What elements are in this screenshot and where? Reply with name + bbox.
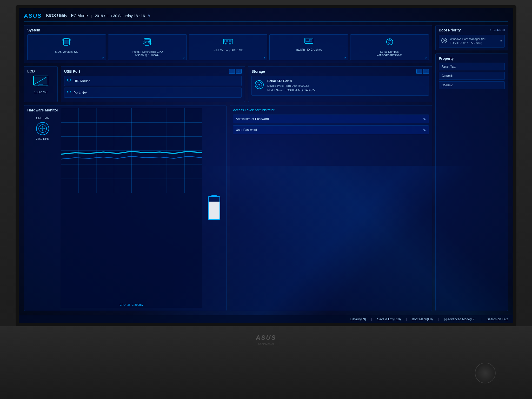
usb-item-0: Ψ HID Mouse [64,76,242,86]
graphics-icon [304,37,314,46]
lcd-icon [27,75,54,89]
bios-card: BIOS Version: 322 ↙ [27,34,106,60]
admin-password-row[interactable]: Administrator Password ✎ [233,115,429,123]
laptop-bottom: ASUS SonicMaster [0,326,532,399]
property-asset-tag: Asset Tag: [439,63,505,70]
cpu-label: Intel(R) Celeron(R) CPU N3350 @ 1.10GHz [132,50,163,57]
usb-prev-btn[interactable]: ‹ [229,69,235,74]
storage-nav-btns: ‹ › [416,69,429,74]
bios-title: BIOS Utility - EZ Mode [46,14,88,18]
usb-next-btn[interactable]: › [236,69,242,74]
user-password-row[interactable]: User Password ✎ [233,125,429,134]
svg-point-52 [387,39,393,45]
switch-all-btn[interactable]: ⇕ Switch all [489,29,505,32]
fan-rpm-value: 2269 RPM [36,137,50,140]
graphics-label: Intel(R) HD Graphics [296,48,322,51]
bios-header: ASUS BIOS Utility - EZ Mode | 2019 / 11 … [24,12,508,22]
usb-item-1: Ψ Port: N/A [64,88,242,98]
svg-point-81 [444,40,445,41]
cpu-card: CPU [108,34,187,60]
main-grid: System [24,25,508,311]
serial-label: Serial Number: K6N0GR09P779261 [376,50,402,57]
svg-point-66 [42,128,44,130]
screen: ASUS BIOS Utility - EZ Mode | 2019 / 11 … [19,8,513,323]
usb-section: USB Port ‹ › Ψ HID Mouse [61,66,245,102]
boot-item-label-0: Windows Boot Manager (P0: TOSHIBA MQ01AB… [450,37,486,45]
right-column: Boot Priority ⇕ Switch all [435,25,508,311]
user-password-label: User Password [236,128,423,132]
bios-ui: ASUS BIOS Utility - EZ Mode | 2019 / 11 … [19,8,513,323]
usb-title: USB Port [64,69,80,74]
graphics-arrow-icon: ↙ [344,56,346,59]
user-password-edit-icon[interactable]: ✎ [423,128,426,132]
cpu-fan-col: Hardware Monitor CPU FAN [27,108,58,308]
storage-port-label: Serial ATA Port 0 [267,79,292,83]
storage-next-btn[interactable]: › [423,69,429,74]
sonic-master-label: SonicMaster [258,342,274,345]
access-section: Access Level: Administrator Administrato… [230,105,432,311]
footer-default[interactable]: Default(F9) [350,317,366,321]
bios-arrow-icon: ↙ [102,56,104,59]
svg-rect-36 [227,40,228,42]
screen-bezel: ASUS BIOS Utility - EZ Mode | 2019 / 11 … [16,5,516,326]
speaker-right [475,363,496,383]
svg-rect-37 [229,40,230,42]
boot-disk-icon [441,37,447,45]
bios-chip-icon [62,37,71,48]
storage-prev-btn[interactable]: ‹ [416,69,422,74]
graph-temp-label: CPU: 35°C 890mV [120,303,144,306]
svg-rect-45 [306,39,309,42]
laptop-outer: ASUS BIOS Utility - EZ Mode | 2019 / 11 … [0,0,532,399]
property-column1: Colum1: [439,72,505,80]
storage-device-type: Device Type: Hard Disk (500GB) [267,84,309,87]
lcd-title: LCD [27,69,54,73]
cpu-icon: CPU [143,37,152,48]
middle-row: LCD 136 [24,66,432,102]
svg-rect-38 [230,40,231,42]
footer-faq[interactable]: Search on FAQ [487,317,508,321]
usb-label-0: HID Mouse [74,79,90,83]
edit-datetime-icon[interactable]: ✎ [148,14,151,18]
svg-rect-1 [64,40,69,44]
footer-advanced-mode[interactable]: |-] Advanced Mode(F7) [444,317,476,321]
battery-fill [209,202,220,219]
svg-rect-47 [310,41,312,42]
boot-header: Boot Priority ⇕ Switch all [439,28,505,32]
storage-info-0: Serial ATA Port 0 Device Type: Hard Disk… [267,79,316,93]
system-title: System [27,28,429,32]
laptop-logo: ASUS [256,334,276,341]
boot-menu-icon: ≡ [500,39,502,43]
boot-priority-title: Boot Priority [439,28,461,32]
bios-footer: Default(F9) | Save & Exit(F10) | Boot Me… [19,315,513,323]
header-divider: | [91,14,92,18]
footer-boot-menu[interactable]: Boot Menu(F8) [412,317,433,321]
battery-area [205,108,223,308]
cpu-arrow-icon: ↙ [183,56,185,59]
admin-password-edit-icon[interactable]: ✎ [423,117,426,121]
svg-text:CPU: CPU [145,41,150,43]
system-cards: BIOS Version: 322 ↙ CP [27,34,429,60]
memory-icon [223,37,233,47]
hw-monitor-graph: CPU: 35°C 890mV [61,108,202,308]
access-title: Access Level: Administrator [233,108,429,112]
hw-monitor-title: Hardware Monitor [27,108,58,112]
left-column: System [24,25,432,311]
memory-arrow-icon: ↙ [263,56,265,59]
footer-save-exit[interactable]: Save & Exit(F10) [377,317,401,321]
boot-priority-section: Boot Priority ⇕ Switch all [435,25,508,50]
graphics-card: Intel(R) HD Graphics ↙ [269,34,348,60]
svg-rect-35 [226,40,227,42]
header-datetime: 2019 / 11 / 30 Saturday 18 : 16 [95,14,145,18]
usb-section-header: USB Port ‹ › [64,69,242,74]
storage-section: Storage ‹ › [248,66,432,102]
usb-label-1: Port: N/A [74,91,87,95]
asus-logo: ASUS [24,12,42,19]
property-section: Property Asset Tag: Colum1: Colum2: [435,54,508,311]
property-column2: Colum2: [439,81,505,89]
property-title: Property [439,56,505,61]
lcd-resolution: 1366*768 [27,90,54,94]
cpu-fan-label: CPU FAN [36,116,50,120]
usb-nav-btns: ‹ › [229,69,242,74]
system-section: System [24,25,432,63]
serial-icon [385,37,394,48]
